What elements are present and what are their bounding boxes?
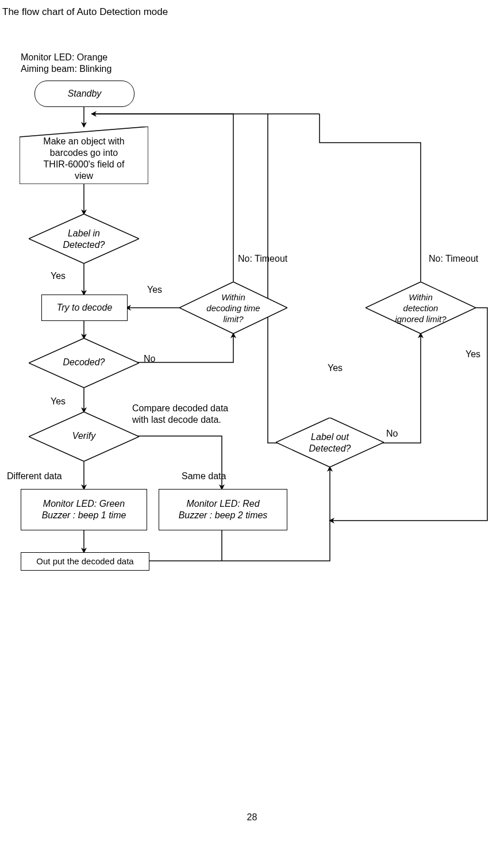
label-yes-2: Yes [147, 284, 162, 296]
label-no-timeout-2: No: Timeout [429, 253, 478, 265]
label-out-text: Label out Detected? [292, 431, 368, 454]
node-output: Out put the decoded data [21, 552, 149, 571]
page-number: 28 [0, 812, 504, 823]
label-no-1: No [144, 353, 155, 365]
label-different-data: Different data [7, 471, 62, 482]
label-yes-1: Yes [51, 270, 66, 282]
page: The flow chart of Auto Detection mode Mo… [0, 0, 504, 841]
within-decoding-text: Within decoding time limit? [194, 292, 272, 324]
label-same-data: Same data [182, 471, 226, 482]
node-led-red: Monitor LED: Red Buzzer : beep 2 times [159, 489, 287, 530]
node-try-decode: Try to decode [41, 295, 128, 321]
try-decode-label: Try to decode [57, 302, 113, 314]
verify-text: Verify [57, 430, 110, 442]
node-standby: Standby [34, 81, 134, 107]
label-no-2: No [386, 428, 398, 439]
standby-label: Standby [68, 89, 102, 98]
node-led-green: Monitor LED: Green Buzzer : beep 1 time [21, 489, 147, 530]
make-object-label: Make an object with barcodes go into THI… [26, 136, 141, 182]
within-detection-text: Within detection ignored limit? [379, 292, 462, 324]
label-yes-4: Yes [328, 362, 343, 374]
label-no-timeout-1: No: Timeout [238, 253, 287, 265]
output-label: Out put the decoded data [36, 556, 133, 567]
label-in-text: Label in Detected? [46, 228, 122, 251]
label-yes-5: Yes [465, 349, 480, 360]
label-yes-3: Yes [51, 396, 66, 407]
label-compare: Compare decoded data with last decode da… [132, 403, 228, 426]
led-red-label: Monitor LED: Red Buzzer : beep 2 times [179, 498, 268, 521]
decoded-text: Decoded? [52, 357, 116, 368]
led-green-label: Monitor LED: Green Buzzer : beep 1 time [42, 498, 126, 521]
